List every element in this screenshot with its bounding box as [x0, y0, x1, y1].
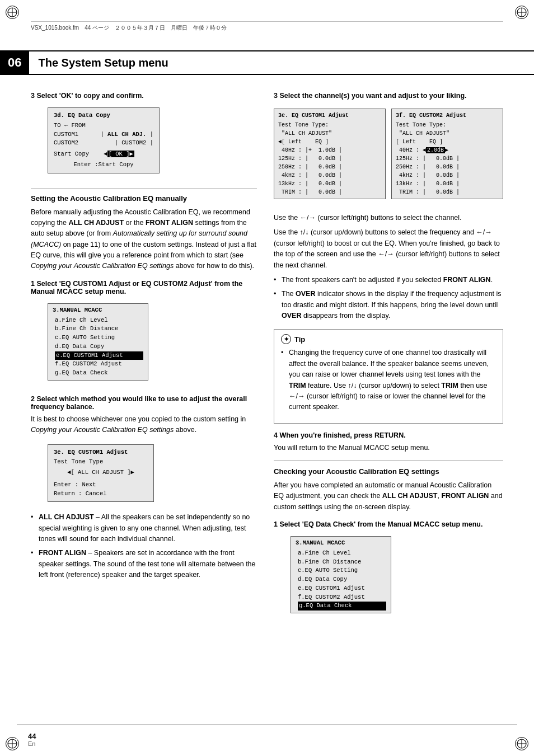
body-lr-select: Use the ←/→ (cursor left/right) buttons … — [274, 213, 503, 223]
step3-right-heading: 3 Select the channel(s) you want and adj… — [274, 92, 503, 100]
screen-eq-copy-start-row: Start Copy ◄[ OK ]▶ — [54, 150, 153, 159]
page-title: The System Setup menu — [38, 57, 168, 69]
tip-header: ✦ Tip — [281, 334, 496, 344]
step3-left-heading: 3 Select 'OK' to copy and confirm. — [31, 92, 257, 100]
right-bullets: The front speakers can't be adjusted if … — [274, 275, 503, 322]
step5-heading: 1 Select 'EQ Data Check' from the Manual… — [274, 520, 503, 528]
section-divider — [274, 460, 503, 461]
screen-custom1-value: ◄[ ALL CH ADJUST ]▶ — [54, 468, 148, 477]
section-acoustic-manual: Setting the Acoustic Calibration EQ manu… — [31, 188, 257, 203]
right-column: 3 Select the channel(s) you want and adj… — [274, 84, 503, 722]
file-metadata: VSX_1015.book.fm 44 ページ ２００５年３月７日 月曜日 午後… — [31, 21, 503, 32]
step2-heading: 2 Select which method you would like to … — [31, 395, 257, 411]
main-content: 3 Select 'OK' to copy and confirm. 3d. E… — [31, 84, 503, 722]
screen-eq-copy-to-from: TO ← FROM — [54, 121, 153, 130]
body-check-eq: After you have completed an automatic or… — [274, 480, 503, 513]
screen-eq-data-copy: 3d. EQ Data Copy TO ← FROM CUSTOM1 | ALL… — [48, 107, 160, 173]
screen-mcacc2-items: a.Fine Ch Level b.Fine Ch Distance c.EQ … — [296, 549, 386, 611]
body-acoustic-manual: Before manually adjusting the Acoustic C… — [31, 207, 257, 272]
left-column: 3 Select 'OK' to copy and confirm. 3d. E… — [31, 84, 257, 722]
body-ud-select: Use the ↑/↓ (cursor up/down) buttons to … — [274, 227, 503, 271]
chapter-number: 06 — [0, 51, 29, 74]
corner-reg-bl — [6, 737, 19, 750]
step1-heading: 1 Select 'EQ CUSTOM1 Adjust or EQ CUSTOM… — [31, 280, 257, 295]
screen-pair-eq: 3e. EQ CUSTOM1 Adjust Test Tone Type: "A… — [274, 104, 503, 206]
page-header: 06 The System Setup menu — [0, 50, 534, 75]
tip-bullet-trim: Changing the frequency curve of one chan… — [281, 348, 496, 412]
screen-eq-copy-custom2-value: | CUSTOM2 | — [115, 139, 153, 148]
tip-bullets: Changing the frequency curve of one chan… — [281, 348, 496, 412]
screen-eq-copy-custom2-label: CUSTOM2 — [54, 139, 78, 148]
screen-manual-mcacc1: 3.MANUAL MCACC a.Fine Ch Level b.Fine Ch… — [48, 303, 148, 381]
screen-custom1-adjust: 3e. EQ CUSTOM1 Adjust Test Tone Type ◄[ … — [48, 444, 154, 503]
screen-manual-mcacc2: 3.MANUAL MCACC a.Fine Ch Level b.Fine Ch… — [291, 536, 391, 613]
screen-mcacc1-items: a.Fine Ch Level b.Fine Ch Distance c.EQ … — [53, 316, 143, 378]
bullet-front-align-note: The front speakers can't be adjusted if … — [274, 275, 503, 285]
screen-eq-copy-ok-btn: ◄[ OK ]▶ — [104, 151, 134, 157]
screen-eq-custom2-adjust: 3f. EQ CUSTOM2 Adjust Test Tone Type: "A… — [391, 109, 503, 199]
screen-eq-custom1-adjust: 3e. EQ CUSTOM1 Adjust Test Tone Type: "A… — [274, 109, 386, 199]
tip-box: ✦ Tip Changing the frequency curve of on… — [274, 329, 503, 423]
screen-eq-copy-title: 3d. EQ Data Copy — [54, 111, 153, 120]
bullet-all-ch-adjust: ALL CH ADJUST – All the speakers can be … — [31, 512, 257, 544]
corner-reg-br — [515, 737, 528, 750]
page-lang: En — [28, 740, 35, 747]
page-number: 44 — [28, 732, 36, 740]
bullet-over-indicator: The OVER indicator shows in the display … — [274, 289, 503, 321]
tip-icon: ✦ — [281, 334, 291, 344]
adjustment-bullets: ALL CH ADJUST – All the speakers can be … — [31, 512, 257, 580]
step4-body: You will return to the Manual MCACC setu… — [274, 443, 503, 453]
screen-eq-copy-custom1-value: | ALL CH ADJ. | — [100, 130, 153, 139]
screen-eq-copy-row2: CUSTOM2 | CUSTOM2 | — [54, 139, 153, 148]
section-check-eq: Checking your Acoustic Calibration EQ se… — [274, 467, 503, 476]
body-step2: It is best to choose whichever one you c… — [31, 414, 257, 436]
screen-eq-copy-enter: Enter :Start Copy — [54, 161, 153, 170]
screen-eq-copy-row1: CUSTOM1 | ALL CH ADJ. | — [54, 130, 153, 139]
screen-eq-copy-custom1-label: CUSTOM1 — [54, 130, 78, 139]
corner-reg-tr — [515, 6, 528, 19]
step4-heading: 4 When you're finished, press RETURN. — [274, 431, 503, 439]
corner-reg-tl — [6, 6, 19, 19]
bottom-border — [17, 725, 517, 725]
bullet-front-align: FRONT ALIGN – Speakers are set in accord… — [31, 548, 257, 580]
